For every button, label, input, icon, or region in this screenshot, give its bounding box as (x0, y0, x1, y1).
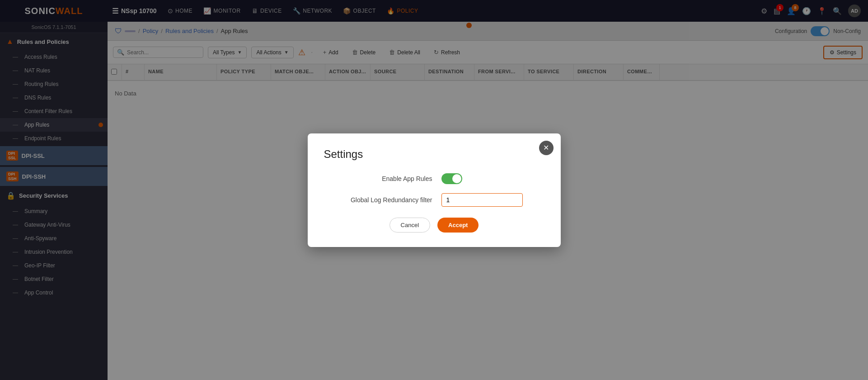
toggle-knob (452, 174, 461, 183)
cancel-button[interactable]: Cancel (389, 218, 430, 233)
enable-app-rules-label: Enable App Rules (324, 175, 441, 182)
settings-dialog: Settings ✕ Enable App Rules Global Log R… (308, 133, 561, 247)
enable-app-rules-row: Enable App Rules (324, 173, 544, 184)
log-redundancy-input[interactable] (441, 193, 523, 207)
dialog-title: Settings (324, 148, 544, 161)
dialog-actions: Cancel Accept (324, 218, 544, 233)
enable-app-rules-toggle[interactable] (441, 173, 462, 184)
dialog-close-button[interactable]: ✕ (539, 141, 554, 155)
settings-dialog-overlay[interactable]: Settings ✕ Enable App Rules Global Log R… (0, 0, 868, 380)
log-redundancy-row: Global Log Redundancy filter (324, 193, 544, 207)
accept-button[interactable]: Accept (437, 218, 479, 233)
log-redundancy-label: Global Log Redundancy filter (324, 196, 441, 204)
